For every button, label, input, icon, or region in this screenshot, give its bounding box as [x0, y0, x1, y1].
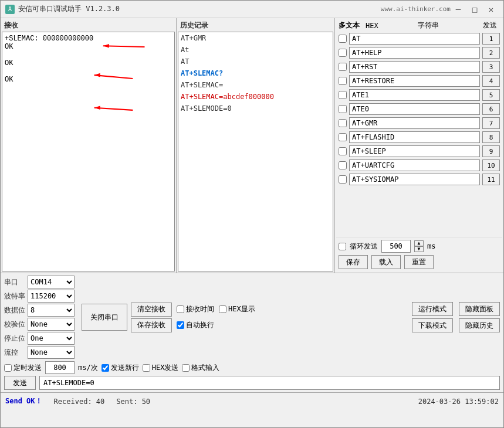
multi-row-btn-9[interactable]: 9 [482, 145, 500, 157]
hex-display-checkbox[interactable] [219, 305, 226, 313]
multi-row-checkbox-9[interactable] [339, 147, 347, 155]
timed-interval-input[interactable] [45, 361, 75, 374]
multi-row-btn-8[interactable]: 8 [482, 131, 500, 143]
multi-row-checkbox-3[interactable] [339, 63, 347, 71]
fmt-input-checkbox[interactable] [182, 364, 190, 372]
multi-row-btn-1[interactable]: 1 [482, 33, 500, 45]
multi-row-checkbox-6[interactable] [339, 105, 347, 113]
loop-interval-input[interactable] [381, 240, 411, 253]
hex-send-label[interactable]: HEX发送 [143, 363, 179, 373]
new-line-checkbox[interactable] [102, 364, 109, 372]
reset-multi-button[interactable]: 重置 [404, 255, 434, 269]
multi-row-input-10[interactable] [349, 159, 480, 171]
loop-checkbox[interactable] [339, 243, 346, 250]
multi-row-input-1[interactable] [349, 33, 480, 45]
parity-select[interactable]: None [28, 318, 75, 331]
maximize-button[interactable]: □ [467, 3, 482, 16]
list-item[interactable]: AT+SLEMODE=0 [178, 103, 333, 114]
timed-send-checkbox[interactable] [4, 364, 12, 372]
table-row: 11 [336, 172, 502, 186]
loop-spin-up[interactable]: ▲ [414, 240, 424, 246]
stop-bits-select[interactable]: One [28, 332, 75, 345]
list-item[interactable]: AT [178, 56, 333, 67]
multi-row-checkbox-11[interactable] [339, 175, 347, 184]
multi-row-btn-11[interactable]: 11 [482, 174, 500, 185]
list-item[interactable]: AT+GMR [178, 32, 333, 44]
sent-status: Sent: 50 [116, 398, 150, 406]
timed-send-label[interactable]: 定时发送 [4, 363, 42, 373]
middle-controls: 清空接收 接收时间 HEX显示 保存接收 自动换行 [131, 303, 406, 332]
list-item[interactable]: AT+SLEMAC? [178, 67, 333, 79]
serial-settings: 串口 COM14 波特率 115200 数据位 8 校验位 None 停止位 [4, 276, 75, 359]
multi-row-input-7[interactable] [349, 117, 480, 129]
table-row: 10 [336, 158, 502, 172]
save-multi-button[interactable]: 保存 [339, 255, 368, 269]
multi-row-btn-10[interactable]: 10 [482, 159, 500, 171]
multi-row-input-8[interactable] [349, 131, 480, 143]
save-recv-button[interactable]: 保存接收 [131, 318, 172, 332]
fmt-input-label[interactable]: 格式输入 [182, 363, 219, 373]
clear-recv-button[interactable]: 清空接收 [131, 303, 172, 317]
baud-rate-select[interactable]: 115200 [28, 290, 75, 303]
run-mode-button[interactable]: 运行模式 [412, 302, 453, 316]
multi-row-input-2[interactable] [349, 47, 480, 59]
hex-display-label[interactable]: HEX显示 [219, 304, 255, 314]
hide-hist-button[interactable]: 隐藏历史 [459, 318, 500, 332]
new-line-label[interactable]: 发送新行 [102, 363, 139, 373]
flow-control-select[interactable]: None [28, 346, 75, 359]
multi-row-checkbox-10[interactable] [339, 161, 347, 169]
received-status: Received: 40 [54, 398, 105, 406]
history-list[interactable]: AT+GMRAtATAT+SLEMAC?AT+SLEMAC=AT+SLEMAC=… [178, 32, 333, 271]
list-item[interactable]: AT+SLEMAC=abcdef000000 [178, 91, 333, 103]
multi-row-btn-3[interactable]: 3 [482, 61, 500, 73]
multi-row-checkbox-2[interactable] [339, 49, 347, 57]
list-item[interactable]: AT+SLEMAC= [178, 79, 333, 91]
multi-row-checkbox-4[interactable] [339, 77, 347, 85]
open-serial-button[interactable]: 关闭串口 [82, 304, 127, 331]
multi-row-checkbox-1[interactable] [339, 35, 347, 43]
multi-row-input-4[interactable] [349, 75, 480, 87]
multi-row-input-3[interactable] [349, 61, 480, 73]
multi-row-input-5[interactable] [349, 89, 480, 101]
list-item[interactable]: At [178, 44, 333, 56]
minimize-button[interactable]: ─ [451, 3, 466, 16]
receive-textarea[interactable]: +SLEMAC: 000000000000 OK OK OK [2, 32, 174, 271]
recv-time-label[interactable]: 接收时间 [177, 304, 214, 314]
panel-multi: 多文本 HEX 字符串 发送 1 2 3 4 5 6 7 [335, 18, 503, 273]
recv-time-checkbox[interactable] [177, 305, 184, 313]
right-buttons: 运行模式 下载模式 [412, 302, 453, 332]
multi-row-checkbox-8[interactable] [339, 133, 347, 141]
multi-row-btn-4[interactable]: 4 [482, 75, 500, 87]
dl-mode-button[interactable]: 下载模式 [412, 318, 453, 332]
auto-wrap-checkbox[interactable] [177, 321, 184, 329]
multi-row-btn-6[interactable]: 6 [482, 103, 500, 115]
send-input[interactable] [39, 376, 500, 390]
multi-row-btn-5[interactable]: 5 [482, 89, 500, 101]
multi-row-input-11[interactable] [349, 174, 480, 185]
data-bits-select[interactable]: 8 [28, 304, 75, 317]
multi-row-checkbox-7[interactable] [339, 119, 347, 127]
load-multi-button[interactable]: 载入 [371, 255, 401, 269]
panel-receive: 接收 +SLEMAC: 000000000000 OK OK OK [1, 18, 177, 273]
multi-row-checkbox-5[interactable] [339, 91, 347, 99]
hex-send-checkbox[interactable] [143, 364, 150, 372]
main-content: 接收 +SLEMAC: 000000000000 OK OK OK [1, 18, 503, 410]
multi-row-input-6[interactable] [349, 103, 480, 115]
multi-row-btn-2[interactable]: 2 [482, 47, 500, 59]
auto-wrap-label[interactable]: 自动换行 [177, 320, 214, 330]
hide-panel-button[interactable]: 隐藏面板 [459, 302, 500, 316]
serial-port-select[interactable]: COM14 [28, 276, 75, 288]
multi-row-btn-7[interactable]: 7 [482, 117, 500, 129]
multi-row-input-9[interactable] [349, 145, 480, 157]
table-row: 5 [336, 88, 502, 102]
status-bar: Send OK！ Received: 40 Sent: 50 2024-03-2… [1, 392, 503, 410]
bottom-row1: 串口 COM14 波特率 115200 数据位 8 校验位 None 停止位 [4, 276, 500, 359]
datetime-status: 2024-03-26 13:59:02 [418, 398, 499, 406]
loop-label[interactable]: 循环发送 [350, 242, 378, 252]
bottom-row2: 定时发送 ms/次 发送新行 HEX发送 格式输入 [4, 361, 500, 374]
close-button[interactable]: ✕ [483, 3, 499, 16]
table-row: 7 [336, 116, 502, 130]
loop-spin-down[interactable]: ▼ [414, 246, 424, 252]
data-bits-label: 数据位 [4, 305, 25, 315]
send-button[interactable]: 发送 [4, 376, 36, 390]
